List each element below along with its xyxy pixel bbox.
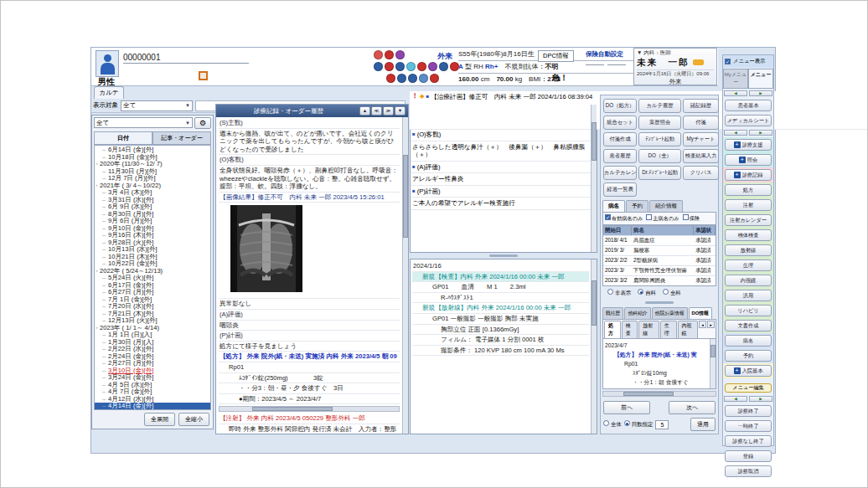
prev-button[interactable]: 前へ	[603, 401, 650, 414]
diagnosis-row[interactable]: 2023/ 2/2 2型糖尿病 承認済	[603, 255, 716, 265]
do-line[interactable]: ●期間：2023/4/7 ～ 20	[604, 387, 709, 388]
subtab-scroll-left-icon[interactable]: ◂	[699, 321, 706, 328]
menu-button[interactable]: +生理	[725, 259, 772, 271]
page-prev-icon[interactable]: ≪	[371, 106, 382, 116]
soap-entry[interactable]: ！ ◆ ■ (A)評価)	[411, 162, 591, 174]
quick-action-button[interactable]: Dr.ﾃﾝﾌﾟﾚｰﾄ起動	[638, 166, 681, 180]
do-vscrollbar[interactable]	[710, 339, 716, 388]
radio-hide[interactable]: 非表示	[607, 289, 631, 297]
subtab-endoscopy[interactable]: 内視鏡	[678, 321, 699, 338]
right-panel-splitter[interactable]	[602, 300, 716, 306]
order-line[interactable]: R-ﾊｳｽﾀﾞｽﾄ1	[412, 293, 589, 304]
do-line[interactable]: 【処方】 外来 院外(紙・未送) 実	[604, 350, 709, 359]
subtab-scroll-right-icon[interactable]: ▸	[707, 321, 715, 328]
quick-action-button[interactable]: カルテ履歴	[638, 99, 681, 113]
next-button[interactable]: 次へ	[669, 401, 716, 414]
do-line[interactable]: ｽﾀﾞﾛﾝ錠10mg	[604, 368, 709, 378]
order-line[interactable]: 新規【放射線】内科 外来 2024/1/16 00:00 未来 一郎	[412, 303, 589, 314]
dpc-info-button[interactable]: DPC情報	[538, 50, 574, 62]
soap-entry[interactable]: ！ ◆ ■ ご本人の希望でアレルギー検査施行	[411, 198, 591, 210]
radio-day-count[interactable]: 日数指定	[624, 420, 654, 429]
quick-action-button[interactable]: Myチャート	[683, 132, 719, 146]
tab-do-info[interactable]: DO情報	[689, 307, 712, 319]
panel-splitter[interactable]	[410, 253, 597, 259]
do-hscrollbar[interactable]	[602, 391, 716, 397]
subtab-physiology[interactable]: 生理	[660, 321, 677, 338]
menu-button[interactable]: +放射線	[725, 244, 772, 256]
tab-reservation[interactable]: 予約	[626, 200, 648, 212]
quick-action-button[interactable]: カルテカレンダー	[603, 166, 637, 180]
soap-entry[interactable]: ！ ◆ ■ (P)計画)	[411, 186, 591, 198]
patient-id-field[interactable]	[123, 51, 249, 64]
filter-select[interactable]: 全て▼	[121, 100, 193, 111]
menu-button[interactable]: +検体検査	[725, 229, 772, 241]
check-main-diagnosis[interactable]: 主病名のみ	[646, 214, 679, 223]
order-line[interactable]: 胸部立位 正面 [0.1366mGy]	[412, 325, 589, 336]
menu-button[interactable]: +一時終了	[725, 420, 772, 432]
soap-entry[interactable]: ！ ◆ ■ アレルギー性鼻炎	[411, 173, 591, 186]
quick-action-button[interactable]: 付箋作成	[603, 132, 637, 146]
check-insurance[interactable]: 保険	[683, 214, 700, 223]
orders-vscrollbar[interactable]	[591, 259, 597, 434]
diagnosis-row[interactable]: 2023/ 3/ 下顎骨性完全埋伏智歯 承認済	[603, 265, 716, 275]
plus-icon[interactable]: +	[734, 367, 741, 374]
quick-action-button[interactable]: ﾃﾝﾌﾟﾚｰﾄ起動	[638, 132, 681, 146]
quick-action-button[interactable]: 諸記録歴	[683, 99, 719, 113]
plus-icon[interactable]: +	[734, 141, 741, 148]
quick-action-button[interactable]: 検査結果入力	[683, 149, 719, 163]
menu-scroll-right-icon[interactable]: ▶	[749, 90, 772, 96]
collapse-all-button[interactable]: 全縮小	[178, 413, 209, 426]
xray-thumbnail[interactable]	[219, 203, 400, 299]
menu-button[interactable]: +診療支援	[725, 139, 772, 151]
tab-date-list[interactable]: 日付	[94, 131, 152, 145]
menu-button[interactable]: +注射	[725, 199, 772, 211]
visit-date-tree[interactable]: 6月14日 (金)[外]10月18日 (金)[外]2020年 (11/30～12…	[94, 145, 211, 410]
quick-action-button[interactable]: 患者履歴	[603, 149, 637, 163]
tab-article-order[interactable]: 記事・オーダー	[152, 131, 211, 145]
record-hscrollbar[interactable]	[219, 406, 400, 412]
diagnosis-row[interactable]: 2019/ 3/ 脳梗塞 承認済	[603, 245, 716, 255]
quick-action-button[interactable]: 薬歴照会	[638, 116, 681, 130]
record-vscrollbar[interactable]	[402, 117, 408, 434]
menu-button[interactable]: +汎用	[725, 290, 772, 301]
tab-other-hospital-meds[interactable]: 他院お薬情報	[652, 307, 688, 319]
menu-button[interactable]: +診療記録	[725, 169, 772, 181]
soap-entry[interactable]: ！ ◆ ■ (O)客観)	[411, 129, 591, 141]
quick-action-button[interactable]: 経過一覧表	[603, 182, 637, 197]
do-line[interactable]: ・・分1：朝 食後すぐ	[604, 378, 709, 387]
filter-icon[interactable]: ▼	[395, 106, 406, 116]
radio-own-dept[interactable]: 自科	[638, 289, 656, 297]
insurance-auto-label[interactable]: 保険自動設定	[586, 50, 629, 67]
scroll-top-icon[interactable]: ▲	[359, 106, 370, 116]
tab-karte[interactable]: カルテ	[94, 86, 124, 99]
menu-button[interactable]: +メディカルシート	[725, 115, 772, 126]
soap-entry[interactable]: ！ ◆ ■ さらさらした透明な鼻汁（＋） 後鼻漏（＋） 鼻粘膜腫脹（＋）	[411, 141, 591, 162]
department-select[interactable]: ▼ 内科：医師	[637, 49, 714, 57]
menu-scroll-right-icon[interactable]: ▶	[749, 396, 772, 402]
tab-other-dept-referral[interactable]: 他科紹介	[624, 307, 650, 319]
page-next-icon[interactable]: ≫	[383, 106, 394, 116]
quick-action-button[interactable]: 付箋	[683, 116, 719, 130]
subtab-radiology[interactable]: 放射線	[638, 321, 659, 338]
order-line[interactable]: GP01 血清 M 1 2.3ml	[412, 282, 589, 293]
soap-entry[interactable]: ！ ◆ ■ 【治療計画】修正可 内科 未来 一郎 2024/1/16 08:39…	[411, 105, 591, 130]
menu-show-toggle[interactable]: メニュー表示	[723, 55, 773, 68]
gear-icon[interactable]: ⚙	[194, 117, 211, 129]
menu-button[interactable]: +照会	[725, 154, 772, 166]
plus-icon[interactable]: +	[734, 172, 741, 178]
do-line[interactable]: Rp01	[604, 359, 709, 368]
tab-diagnosis[interactable]: 病名	[602, 200, 625, 212]
tab-past-history[interactable]: 既往歴	[602, 307, 623, 319]
menu-button[interactable]: +入院基本	[725, 365, 772, 377]
menu-button[interactable]: +病名	[725, 335, 772, 347]
menu-button[interactable]: +リハビリ	[725, 305, 772, 316]
menu-scroll-left-icon[interactable]: ◀	[724, 396, 747, 402]
check-active-diagnosis[interactable]: 有効病名のみ	[605, 214, 643, 223]
expand-all-button[interactable]: 全展開	[144, 413, 175, 426]
menu-button[interactable]: +予約	[725, 350, 772, 362]
menu-button[interactable]: +診察終了	[725, 405, 772, 417]
menu-scroll-left-icon[interactable]: ◀	[724, 90, 747, 96]
subtab-prescription[interactable]: 処方	[604, 321, 621, 338]
order-line[interactable]: フィルム： 電子媒体 1 分割 0001 枚	[412, 335, 589, 346]
menu-button[interactable]: +処方	[725, 184, 772, 196]
